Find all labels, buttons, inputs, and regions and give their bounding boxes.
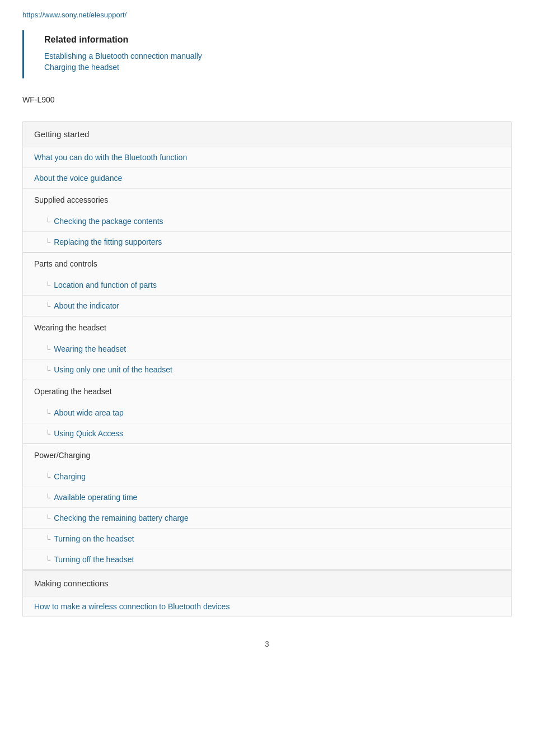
link-battery-charge[interactable]: Checking the remaining battery charge bbox=[54, 514, 188, 522]
link-about-indicator[interactable]: About the indicator bbox=[54, 301, 119, 310]
link-wide-area-tap[interactable]: About wide area tap bbox=[54, 408, 124, 417]
sub-indicator-8: └ bbox=[45, 430, 50, 438]
toc-section-making-connections: Making connections bbox=[23, 570, 511, 596]
toc-subsection-parts-controls: Parts and controls bbox=[23, 253, 511, 275]
toc-section-getting-started: Getting started bbox=[23, 122, 511, 147]
link-operating-time[interactable]: Available operating time bbox=[54, 493, 137, 502]
link-turn-on[interactable]: Turning on the headset bbox=[54, 534, 134, 543]
link-wearing-headset[interactable]: Wearing the headset bbox=[54, 344, 126, 353]
related-info-heading: Related information bbox=[44, 35, 489, 45]
link-voice-guidance[interactable]: About the voice guidance bbox=[34, 174, 122, 183]
link-fitting-supporters[interactable]: Replacing the fitting supporters bbox=[54, 237, 162, 246]
link-wireless-connection[interactable]: How to make a wireless connection to Blu… bbox=[34, 602, 229, 611]
toc-item-wide-area-tap: └ About wide area tap bbox=[23, 403, 511, 423]
sony-support-link[interactable]: https://www.sony.net/elesupport/ bbox=[22, 11, 127, 19]
toc-group-wearing-headset: Wearing the headset └ Wearing the headse… bbox=[23, 316, 511, 380]
toc-item-wearing-headset: └ Wearing the headset bbox=[23, 339, 511, 360]
sub-indicator-3: └ bbox=[45, 281, 50, 290]
link-one-unit[interactable]: Using only one unit of the headset bbox=[54, 365, 172, 374]
sub-indicator-5: └ bbox=[45, 345, 50, 353]
sub-indicator-7: └ bbox=[45, 409, 50, 417]
related-information-section: Related information Establishing a Bluet… bbox=[22, 30, 512, 78]
toc-item-location-function: └ Location and function of parts bbox=[23, 275, 511, 296]
toc-subsection-supplied-accessories: Supplied accessories bbox=[23, 189, 511, 211]
toc-container: Getting started What you can do with the… bbox=[22, 121, 512, 617]
toc-group-operating-headset: Operating the headset └ About wide area … bbox=[23, 380, 511, 444]
sub-indicator-13: └ bbox=[45, 556, 50, 564]
top-link-section: https://www.sony.net/elesupport/ bbox=[0, 0, 534, 25]
link-package-contents[interactable]: Checking the package contents bbox=[54, 217, 163, 226]
toc-item-about-indicator: └ About the indicator bbox=[23, 296, 511, 316]
link-location-function[interactable]: Location and function of parts bbox=[54, 281, 157, 290]
toc-item-turn-on: └ Turning on the headset bbox=[23, 529, 511, 549]
toc-item-voice-guidance: About the voice guidance bbox=[23, 168, 511, 189]
toc-item-quick-access: └ Using Quick Access bbox=[23, 423, 511, 444]
toc-subsection-wearing-headset: Wearing the headset bbox=[23, 316, 511, 339]
toc-item-battery-charge: └ Checking the remaining battery charge bbox=[23, 508, 511, 529]
toc-item-package-contents: └ Checking the package contents bbox=[23, 211, 511, 232]
link-turn-off[interactable]: Turning off the headset bbox=[54, 555, 134, 564]
toc-item-operating-time: └ Available operating time bbox=[23, 487, 511, 508]
toc-item-one-unit: └ Using only one unit of the headset bbox=[23, 360, 511, 380]
sub-indicator-1: └ bbox=[45, 217, 50, 226]
related-link-2[interactable]: Charging the headset bbox=[44, 63, 489, 72]
toc-subsection-operating-headset: Operating the headset bbox=[23, 380, 511, 403]
sub-indicator-9: └ bbox=[45, 473, 50, 481]
link-charging[interactable]: Charging bbox=[54, 472, 86, 481]
sub-indicator-10: └ bbox=[45, 493, 50, 502]
related-link-1[interactable]: Establishing a Bluetooth connection manu… bbox=[44, 52, 489, 60]
page-number: 3 bbox=[0, 628, 534, 660]
link-quick-access[interactable]: Using Quick Access bbox=[54, 429, 123, 438]
sub-indicator-11: └ bbox=[45, 514, 50, 522]
sub-indicator-4: └ bbox=[45, 302, 50, 310]
model-number: WF-L900 bbox=[0, 84, 534, 110]
toc-item-charging: └ Charging bbox=[23, 466, 511, 487]
sub-indicator-2: └ bbox=[45, 238, 50, 246]
toc-group-power-charging: Power/Charging └ Charging └ Available op… bbox=[23, 444, 511, 570]
toc-item-turn-off: └ Turning off the headset bbox=[23, 549, 511, 570]
toc-item-fitting-supporters: └ Replacing the fitting supporters bbox=[23, 232, 511, 252]
toc-group-supplied-accessories: Supplied accessories └ Checking the pack… bbox=[23, 189, 511, 253]
link-bluetooth-function[interactable]: What you can do with the Bluetooth funct… bbox=[34, 153, 187, 162]
sub-indicator-6: └ bbox=[45, 366, 50, 374]
toc-subsection-power-charging: Power/Charging bbox=[23, 444, 511, 466]
toc-item-wireless-connection: How to make a wireless connection to Blu… bbox=[23, 596, 511, 617]
toc-group-parts-controls: Parts and controls └ Location and functi… bbox=[23, 253, 511, 316]
sub-indicator-12: └ bbox=[45, 535, 50, 543]
toc-item-bluetooth-function: What you can do with the Bluetooth funct… bbox=[23, 147, 511, 168]
